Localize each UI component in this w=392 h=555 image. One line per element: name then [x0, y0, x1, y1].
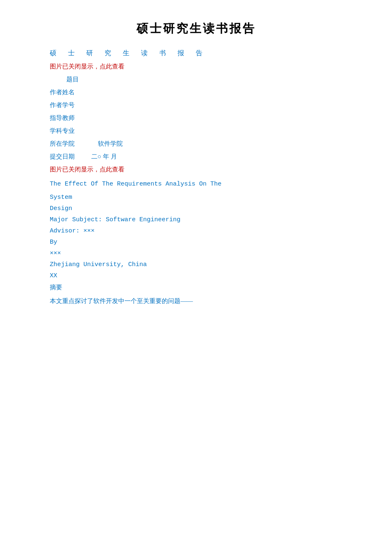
date-label: 提交日期: [50, 153, 75, 161]
image-placeholder-2[interactable]: 图片已关闭显示，点此查看: [25, 166, 367, 174]
en-author: ×××: [25, 250, 367, 257]
page-container: 硕士研究生读书报告 硕 士 研 究 生 读 书 报 告 图片已关闭显示，点此查看…: [25, 21, 367, 307]
major-label: 学科专业: [50, 127, 75, 135]
college-row: 所在学院 软件学院: [25, 140, 367, 148]
main-title: 硕士研究生读书报告: [25, 21, 367, 37]
major-row: 学科专业: [25, 127, 367, 135]
date-value: 二○ 年 月: [91, 153, 117, 161]
en-title-line1: The Effect Of The Requirements Analysis …: [50, 178, 367, 190]
author-name-label: 作者姓名: [50, 88, 75, 96]
image-placeholder-1[interactable]: 图片已关闭显示，点此查看: [25, 63, 367, 71]
topic-field: 题目: [25, 76, 367, 83]
en-university: Zhejiang University, China: [25, 261, 367, 268]
en-design: Design: [25, 205, 367, 212]
en-major: Major Subject: Software Engineering: [25, 216, 367, 223]
author-id-label: 作者学号: [50, 101, 75, 109]
college-value: 软件学院: [98, 140, 123, 148]
en-title-block: The Effect Of The Requirements Analysis …: [25, 178, 367, 190]
abstract-text: 本文重点探讨了软件开发中一个至关重要的问题——: [25, 296, 367, 307]
college-label: 所在学院: [50, 140, 75, 148]
author-name-row: 作者姓名: [25, 88, 367, 96]
en-advisor: Advisor: ×××: [25, 227, 367, 235]
author-id-row: 作者学号: [25, 101, 367, 109]
en-by: By: [25, 239, 367, 246]
en-title-line2: System: [25, 194, 367, 201]
advisor-label: 指导教师: [50, 114, 75, 122]
en-year: XX: [25, 272, 367, 279]
date-row: 提交日期 二○ 年 月: [25, 153, 367, 161]
spaced-title: 硕 士 研 究 生 读 书 报 告: [25, 49, 367, 58]
advisor-row: 指导教师: [25, 114, 367, 122]
abstract-label: 摘要: [25, 284, 367, 291]
